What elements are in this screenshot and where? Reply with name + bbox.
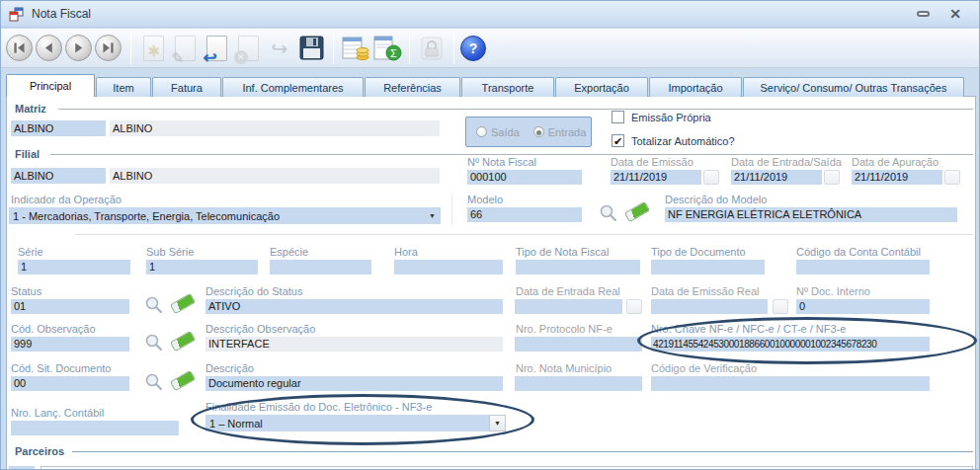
status-input[interactable]: 01 [11, 299, 129, 314]
lanc-contabil-input[interactable] [11, 421, 179, 435]
eraser-icon[interactable] [171, 336, 195, 347]
tipo-documento-input[interactable] [651, 260, 765, 274]
search-icon[interactable] [143, 371, 165, 397]
finalidade-emissao-combobox[interactable]: 1 – Normal ▼ [205, 415, 506, 431]
radio-entrada-label: Entrada [548, 126, 587, 138]
help-button[interactable]: ? [460, 36, 486, 61]
data-entrada-real-input[interactable] [515, 299, 622, 314]
especie-label: Espécie [270, 246, 308, 258]
descricao-status-input[interactable]: ATIVO [205, 299, 503, 314]
sigma-document-icon: Σ [372, 35, 402, 62]
indicador-operacao-combobox[interactable]: 1 - Mercadorias, Transporte, Energia, Te… [9, 207, 441, 224]
search-icon[interactable] [143, 332, 165, 357]
descricao-modelo-input[interactable]: NF ENERGIA ELÉTRICA ELETRÔNICA [665, 207, 957, 222]
close-icon[interactable]: ✕ [949, 7, 961, 21]
descricao-sit-input[interactable]: Documento regular [205, 376, 503, 391]
eraser-icon[interactable] [625, 206, 649, 217]
matriz-name-field[interactable]: ALBINO [110, 120, 440, 136]
matriz-code-field[interactable]: ALBINO [11, 120, 106, 136]
tab-principal[interactable]: Principal [6, 74, 95, 97]
tab-servico-consumo[interactable]: Serviço/ Consumo/ Outras Transações [743, 77, 964, 97]
chave-nfe-input[interactable]: 4219114554245300018866001000000100234567… [651, 337, 930, 352]
chevron-down-icon[interactable]: ▼ [489, 415, 506, 431]
tipo-nota-fiscal-input[interactable] [516, 260, 640, 274]
cod-sit-documento-input[interactable]: 00 [11, 376, 129, 391]
hora-input[interactable] [394, 260, 503, 274]
tab-referencias[interactable]: Referências [365, 77, 460, 97]
totals-coins-button[interactable] [340, 32, 371, 65]
protocolo-nfe-input[interactable] [515, 337, 642, 352]
save-floppy-icon [298, 35, 325, 61]
eraser-icon[interactable] [171, 298, 195, 309]
nota-municipio-label: Nro. Nota Município [516, 362, 612, 374]
nota-fiscal-input[interactable]: 000100 [467, 170, 582, 185]
data-entrada-saida-input[interactable]: 21/11/2019 [731, 170, 822, 185]
minimize-icon[interactable] [917, 11, 930, 17]
undo-arrow-icon: ↩ [206, 36, 227, 61]
serie-input[interactable]: 1 [18, 260, 130, 274]
data-emissao-input[interactable]: 21/11/2019 [611, 170, 701, 185]
cod-observacao-input[interactable]: 999 [11, 337, 129, 352]
modelo-input[interactable]: 66 [467, 207, 582, 222]
nota-fiscal-label: Nº Nota Fiscal [467, 156, 536, 168]
previous-record-button[interactable] [36, 35, 62, 61]
descricao-observacao-input[interactable]: INTERFACE [205, 337, 503, 352]
radio-saida-circle [476, 126, 487, 137]
tab-fatura[interactable]: Fatura [152, 77, 221, 97]
doc-interno-input[interactable]: 0 [796, 299, 930, 314]
codigo-conta-contabil-input[interactable] [796, 260, 930, 274]
filial-code-field[interactable]: ALBINO [11, 168, 106, 184]
codigo-verificacao-input[interactable] [651, 376, 930, 391]
radio-entrada-circle [533, 126, 544, 137]
status-label: Status [11, 285, 41, 297]
finalidade-emissao-label: Finalidade Emissão do Doc. Eletrônico - … [205, 401, 432, 413]
save-button[interactable] [295, 32, 327, 65]
direction-radio-group: Saída Entrada [465, 117, 592, 147]
radio-saida: Saída [476, 126, 520, 138]
emissao-propria-checkbox[interactable] [612, 111, 624, 123]
column-divider [451, 195, 452, 224]
tab-strip: Principal Item Fatura Inf. Complementare… [6, 74, 965, 97]
data-entrada-real-picker-button[interactable] [626, 299, 642, 314]
indicador-operacao-value: 1 - Mercadorias, Transporte, Energia, Te… [9, 210, 424, 222]
data-emissao-picker-button[interactable] [703, 170, 719, 185]
data-apuracao-input[interactable]: 21/11/2019 [852, 170, 942, 185]
tab-item[interactable]: Item [96, 77, 151, 97]
previous-record-icon [37, 35, 61, 61]
help-icon: ? [469, 40, 478, 56]
tipo-documento-label: Tipo de Documento [651, 246, 746, 258]
tab-exportacao[interactable]: Exportação [555, 77, 648, 97]
indicador-operacao-label: Indicador da Operação [11, 194, 122, 205]
especie-input[interactable] [270, 260, 371, 274]
search-icon[interactable] [143, 294, 165, 320]
eraser-icon[interactable] [171, 375, 195, 386]
first-record-icon [7, 35, 32, 61]
data-entrada-saida-picker-button[interactable] [824, 170, 840, 185]
group-line [72, 451, 973, 452]
data-emissao-real-label: Data de Emissão Real [651, 285, 759, 297]
data-apuracao-picker-button[interactable] [944, 170, 960, 185]
tab-importacao[interactable]: Importação [649, 77, 742, 97]
tab-label: Principal [30, 80, 71, 92]
lanc-contabil-label: Nro. Lanç. Contábil [11, 407, 104, 419]
tipo-nota-fiscal-label: Tipo de Nota Fiscal [516, 246, 609, 258]
serie-label: Série [18, 246, 43, 258]
totalizar-automatico-checkbox[interactable]: ✔ [612, 134, 624, 147]
tab-transporte[interactable]: Transporte [461, 77, 554, 97]
descricao-sit-label: Descrição [205, 362, 254, 374]
tab-inf-complementares[interactable]: Inf. Complementares [222, 77, 364, 97]
filial-name-field[interactable]: ALBINO [110, 168, 440, 184]
lock-button [416, 32, 448, 65]
data-emissao-real-picker-button[interactable] [773, 299, 788, 314]
cancel-x-icon: ✕ [238, 36, 259, 61]
data-emissao-real-input[interactable] [651, 299, 768, 314]
nota-municipio-input[interactable] [515, 376, 642, 391]
next-record-button[interactable] [65, 35, 92, 61]
search-icon[interactable] [598, 202, 619, 228]
first-record-button[interactable] [6, 35, 33, 61]
export-sum-button[interactable]: Σ [371, 32, 403, 65]
toolbar-separator [453, 33, 454, 64]
undo-button[interactable]: ↩ [201, 32, 232, 65]
last-record-button[interactable] [95, 35, 122, 61]
sub-serie-input[interactable]: 1 [146, 260, 258, 274]
